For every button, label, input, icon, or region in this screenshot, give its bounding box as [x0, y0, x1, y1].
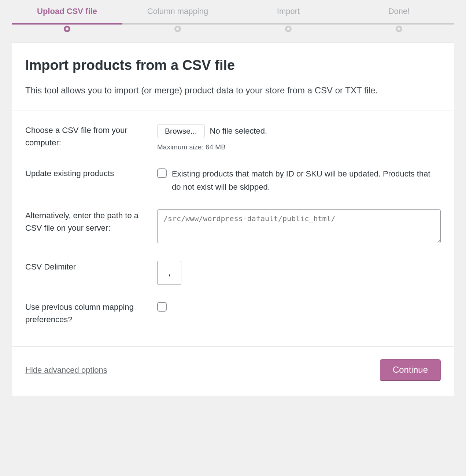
- step-label: Import: [233, 7, 344, 16]
- update-existing-label: Update existing products: [25, 167, 157, 180]
- previous-mapping-checkbox[interactable]: [157, 302, 167, 312]
- card-footer: Hide advanced options Continue: [12, 346, 454, 396]
- card-header: Import products from a CSV file This too…: [12, 43, 454, 111]
- update-existing-checkbox[interactable]: [157, 168, 167, 178]
- server-path-label: Alternatively, enter the path to a CSV f…: [25, 209, 157, 234]
- row-server-path: Alternatively, enter the path to a CSV f…: [25, 209, 441, 245]
- import-card: Import products from a CSV file This too…: [12, 42, 454, 396]
- row-choose-file: Choose a CSV file from your computer: Br…: [25, 124, 441, 151]
- step-label: Upload CSV file: [12, 7, 122, 16]
- choose-file-label: Choose a CSV file from your computer:: [25, 124, 157, 149]
- update-existing-description: Existing products that match by ID or SK…: [172, 167, 441, 193]
- row-delimiter: CSV Delimiter: [25, 261, 441, 285]
- max-size-hint: Maximum size: 64 MB: [157, 143, 441, 151]
- previous-mapping-label: Use previous column mapping preferences?: [25, 301, 157, 326]
- server-path-input[interactable]: [157, 209, 441, 243]
- step-column-mapping[interactable]: Column mapping: [122, 7, 233, 29]
- card-body: Choose a CSV file from your computer: Br…: [12, 111, 454, 346]
- step-dot-icon: [396, 26, 402, 32]
- toggle-advanced-link[interactable]: Hide advanced options: [25, 365, 107, 375]
- step-upload[interactable]: Upload CSV file: [12, 7, 122, 29]
- continue-button[interactable]: Continue: [380, 359, 441, 381]
- step-done[interactable]: Done!: [344, 7, 454, 29]
- step-dot-icon: [285, 26, 292, 32]
- browse-button[interactable]: Browse...: [157, 124, 205, 138]
- delimiter-input[interactable]: [157, 261, 181, 285]
- delimiter-label: CSV Delimiter: [25, 261, 157, 273]
- step-dot-icon: [174, 26, 181, 32]
- stepper: Upload CSV file Column mapping Import Do…: [12, 0, 454, 29]
- row-update-existing: Update existing products Existing produc…: [25, 167, 441, 193]
- row-previous-mapping: Use previous column mapping preferences?: [25, 301, 441, 326]
- page-title: Import products from a CSV file: [25, 57, 441, 73]
- file-status: No file selected.: [210, 126, 267, 136]
- step-label: Column mapping: [122, 7, 233, 16]
- page-description: This tool allows you to import (or merge…: [25, 83, 441, 97]
- step-import[interactable]: Import: [233, 7, 344, 29]
- step-dot-icon: [64, 26, 70, 32]
- step-label: Done!: [344, 7, 454, 16]
